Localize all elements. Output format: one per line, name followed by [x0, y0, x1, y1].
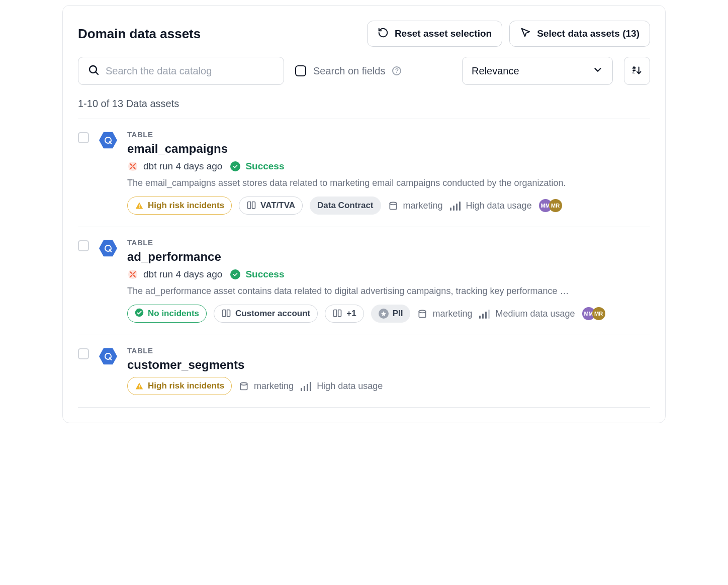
- meta-row: No incidentsCustomer account+1PIImarketi…: [127, 305, 650, 323]
- domain-label: marketing: [432, 309, 472, 319]
- contract-label: PII: [393, 309, 403, 319]
- database-icon: [417, 309, 427, 319]
- sort-select[interactable]: Relevance: [462, 57, 613, 85]
- glossary-icon: [246, 201, 256, 211]
- page-title: Domain data assets: [78, 26, 201, 42]
- incident-label: High risk incidents: [148, 201, 224, 211]
- database-icon: [388, 201, 398, 211]
- usage-label: High data usage: [317, 381, 383, 392]
- asset-type-label: TABLE: [127, 346, 650, 355]
- item-body: TABLEad_performancedbt run 4 days agoSuc…: [127, 238, 650, 323]
- row-checkbox[interactable]: [78, 348, 89, 359]
- term-label: Customer account: [235, 309, 310, 319]
- bigquery-icon: [99, 239, 117, 257]
- run-row: dbt run 4 days agoSuccess: [127, 269, 650, 280]
- bigquery-icon: [99, 347, 117, 365]
- search-input[interactable]: [106, 65, 275, 77]
- svg-rect-16: [485, 312, 487, 319]
- glossary-icon: [221, 309, 231, 319]
- asset-type-label: TABLE: [127, 238, 650, 247]
- usage-label: High data usage: [466, 201, 532, 211]
- list-item: TABLEcustomer_segmentsHigh risk incident…: [78, 335, 650, 408]
- contract-pill[interactable]: PII: [371, 305, 411, 323]
- success-icon: [135, 308, 144, 320]
- search-input-wrap[interactable]: [78, 57, 284, 85]
- svg-rect-18: [139, 385, 139, 387]
- usage-tag: High data usage: [301, 381, 383, 392]
- domain-tag: marketing: [388, 201, 443, 211]
- list-item: TABLEad_performancedbt run 4 days agoSuc…: [78, 227, 650, 335]
- select-assets-button[interactable]: Select data assets (13): [509, 21, 650, 47]
- row-checkbox[interactable]: [78, 132, 89, 143]
- topbar: Domain data assets Reset asset selection…: [78, 21, 650, 47]
- row-checkbox[interactable]: [78, 240, 89, 251]
- svg-rect-8: [450, 208, 451, 211]
- svg-rect-23: [307, 384, 308, 391]
- svg-line-1: [96, 72, 98, 74]
- search-on-fields-checkbox[interactable]: [295, 65, 306, 76]
- usage-bars-icon: [301, 381, 312, 391]
- incident-pill[interactable]: No incidents: [127, 305, 207, 323]
- asset-name[interactable]: email_campaigns: [127, 142, 650, 156]
- asset-name[interactable]: customer_segments: [127, 358, 650, 372]
- usage-tag: High data usage: [450, 201, 532, 211]
- asset-description: The ad_performance asset contains data r…: [127, 286, 650, 297]
- usage-bars-icon: [479, 309, 490, 319]
- svg-rect-17: [488, 310, 490, 319]
- svg-rect-24: [310, 382, 311, 391]
- database-icon: [239, 381, 249, 391]
- page-container: Domain data assets Reset asset selection…: [62, 5, 666, 423]
- bigquery-icon: [99, 131, 117, 149]
- cursor-icon: [520, 27, 531, 41]
- asset-name[interactable]: ad_performance: [127, 250, 650, 264]
- svg-text:Z: Z: [632, 69, 635, 74]
- search-icon: [87, 64, 100, 78]
- help-icon[interactable]: ?: [392, 66, 401, 75]
- domain-label: marketing: [403, 201, 443, 211]
- svg-rect-14: [479, 316, 481, 319]
- svg-rect-21: [301, 388, 302, 391]
- incident-label: High risk incidents: [148, 381, 224, 391]
- results-list: TABLEemail_campaignsdbt run 4 days agoSu…: [78, 119, 650, 408]
- run-row: dbt run 4 days agoSuccess: [127, 161, 650, 172]
- usage-bars-icon: [450, 201, 461, 211]
- svg-point-20: [240, 382, 247, 385]
- svg-point-13: [419, 310, 426, 313]
- meta-row: High risk incidentsVAT/TVAData Contractm…: [127, 197, 650, 215]
- star-icon: [379, 309, 389, 319]
- incident-pill[interactable]: High risk incidents: [127, 197, 232, 215]
- run-text: dbt run 4 days ago: [143, 161, 222, 172]
- sort-direction-button[interactable]: A Z: [624, 57, 650, 85]
- reset-button-label: Reset asset selection: [395, 28, 492, 39]
- run-status: Success: [245, 269, 284, 280]
- term-pill[interactable]: VAT/TVA: [239, 197, 303, 215]
- search-on-fields-label: Search on fields: [313, 65, 385, 77]
- item-body: TABLEcustomer_segmentsHigh risk incident…: [127, 346, 650, 395]
- incident-pill[interactable]: High risk incidents: [127, 377, 232, 395]
- svg-rect-15: [482, 314, 484, 319]
- term-pill-more[interactable]: +1: [325, 305, 363, 323]
- svg-rect-11: [459, 202, 461, 211]
- owner-avatars[interactable]: MMMR: [582, 307, 605, 320]
- top-buttons: Reset asset selection Select data assets…: [367, 21, 650, 47]
- contract-pill[interactable]: Data Contract: [310, 197, 381, 215]
- avatar: MR: [549, 199, 562, 212]
- controls-row: Search on fields ? Relevance A Z: [78, 57, 650, 85]
- term-label: VAT/TVA: [260, 201, 295, 211]
- run-text: dbt run 4 days ago: [143, 269, 222, 280]
- chevron-down-icon: [592, 64, 603, 78]
- svg-rect-19: [139, 387, 139, 388]
- sort-direction-icon: A Z: [631, 65, 643, 77]
- svg-rect-9: [453, 206, 454, 211]
- reset-selection-button[interactable]: Reset asset selection: [367, 21, 502, 47]
- select-button-label: Select data assets (13): [537, 28, 640, 39]
- search-on-fields-group[interactable]: Search on fields ?: [295, 65, 401, 77]
- item-body: TABLEemail_campaignsdbt run 4 days agoSu…: [127, 130, 650, 215]
- svg-rect-22: [304, 386, 305, 391]
- warning-icon: [135, 202, 144, 210]
- usage-tag: Medium data usage: [479, 309, 575, 319]
- results-count: 1-10 of 13 Data assets: [78, 98, 650, 110]
- term-pill[interactable]: Customer account: [214, 305, 318, 323]
- owner-avatars[interactable]: MMMR: [539, 199, 562, 212]
- svg-rect-5: [139, 205, 139, 207]
